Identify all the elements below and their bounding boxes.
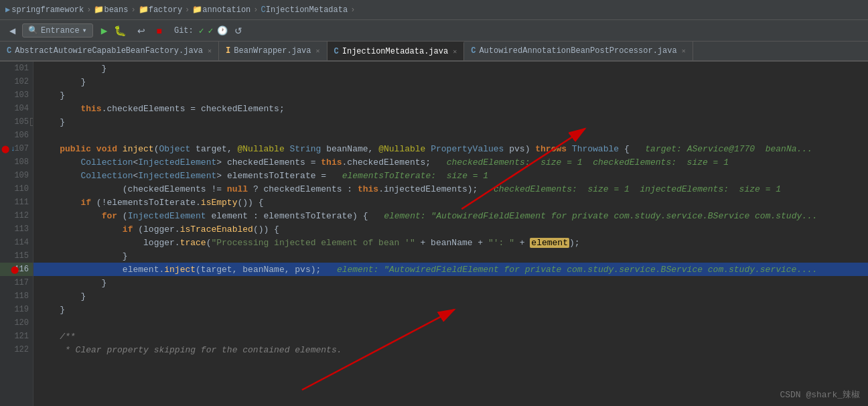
entrance-dropdown[interactable]: 🔍 Entrance ▾ bbox=[22, 23, 93, 38]
code-line-111: if (!elementsToIterate.isEmpty()) { bbox=[33, 196, 868, 209]
stop-btn[interactable]: ■ bbox=[152, 24, 165, 38]
gutter-116: ⬤ 116 bbox=[0, 263, 33, 276]
tab-icon-inject: C bbox=[334, 47, 339, 56]
gutter-121: 121 bbox=[0, 330, 33, 343]
project-icon: ▶ bbox=[5, 5, 10, 15]
gutter-109: 109 bbox=[0, 169, 33, 182]
tab-label-inject: InjectionMetadata.java bbox=[342, 47, 448, 56]
code-line-121: /** bbox=[33, 330, 868, 343]
code-line-116: element.inject(target, beanName, pvs); e… bbox=[33, 263, 868, 276]
gutter-115: 115 bbox=[0, 249, 33, 263]
code-line-114: logger.trace("Processing injected elemen… bbox=[33, 236, 868, 249]
code-area: 101 102 103 104 105 - 106 ⬤ ↓ 107 108 10… bbox=[0, 62, 868, 406]
tab-close-abstract[interactable]: ✕ bbox=[208, 47, 212, 55]
back-btn[interactable]: ◀ bbox=[5, 25, 19, 37]
breadcrumb-file[interactable]: InjectionMetadata bbox=[266, 5, 348, 15]
tab-close-autowired[interactable]: ✕ bbox=[682, 47, 686, 55]
tab-beanwrapper[interactable]: I BeanWrapper.java ✕ bbox=[219, 42, 327, 60]
code-line-101: } bbox=[33, 62, 868, 75]
git-checkmark2: ✓ bbox=[208, 25, 214, 36]
gutter-119: 119 bbox=[0, 303, 33, 316]
code-line-102: } bbox=[33, 75, 868, 88]
tab-label-beanwrapper: BeanWrapper.java bbox=[234, 46, 311, 56]
gutter-103: 103 bbox=[0, 88, 33, 102]
folder-icon-2: 📁 bbox=[139, 5, 149, 15]
debug-btn[interactable]: 🐛 bbox=[110, 23, 131, 38]
sep3: › bbox=[185, 5, 190, 15]
gutter-105: 105 - bbox=[0, 115, 33, 129]
toolbar: ◀ 🔍 Entrance ▾ ▶ 🐛 ↩ ■ Git: ✓ ✓ 🕐 ↺ bbox=[0, 20, 868, 42]
code-line-119: } bbox=[33, 303, 868, 316]
tab-label-abstract: AbstractAutowireCapableBeanFactory.java bbox=[15, 46, 203, 56]
gutter-117: 117 bbox=[0, 276, 33, 289]
gutter-112: 112 bbox=[0, 209, 33, 222]
entrance-icon: 🔍 bbox=[28, 25, 38, 36]
chevron-down-icon: ▾ bbox=[82, 25, 87, 36]
watermark: CSDN @shark_辣椒 bbox=[780, 389, 860, 401]
breadcrumb-path2[interactable]: factory bbox=[149, 5, 182, 15]
breakpoint-icon-116[interactable]: ⬤ bbox=[11, 265, 19, 274]
gutter-113: 113 bbox=[0, 222, 33, 236]
step-over-btn[interactable]: ↩ bbox=[133, 24, 149, 38]
gutter-108: 108 bbox=[0, 155, 33, 169]
breadcrumb-bar: ▶ springframework › 📁 beans › 📁 factory … bbox=[0, 0, 868, 20]
tab-close-inject[interactable]: ✕ bbox=[453, 48, 457, 56]
gutter-111: 111 bbox=[0, 196, 33, 209]
code-line-106 bbox=[33, 129, 868, 142]
tab-icon-autowired: C bbox=[471, 46, 476, 56]
git-clock-icon: 🕐 bbox=[217, 25, 228, 36]
code-line-122: * Clear property skipping for the contai… bbox=[33, 343, 868, 356]
sep5: › bbox=[350, 5, 355, 15]
breadcrumb-path3[interactable]: annotation bbox=[202, 5, 250, 15]
gutter-104: 104 bbox=[0, 102, 33, 115]
code-line-113: if (logger.isTraceEnabled()) { bbox=[33, 222, 868, 236]
gutter-102: 102 bbox=[0, 75, 33, 88]
gutter-107: ⬤ ↓ 107 bbox=[0, 142, 33, 155]
code-line-120 bbox=[33, 316, 868, 330]
tab-icon-abstract: C bbox=[7, 46, 11, 56]
code-line-107: public void inject(Object target, @Nulla… bbox=[33, 142, 868, 155]
tab-icon-beanwrapper: I bbox=[226, 46, 230, 56]
tab-injectionmetadata[interactable]: C InjectionMetadata.java ✕ bbox=[328, 42, 465, 60]
code-line-117: } bbox=[33, 276, 868, 289]
code-line-109: Collection<InjectedElement> elementsToIt… bbox=[33, 169, 868, 182]
git-checkmark1: ✓ bbox=[199, 25, 204, 36]
gutter-114: 114 bbox=[0, 236, 33, 249]
code-line-112: for (InjectedElement element : elementsT… bbox=[33, 209, 868, 222]
breakpoint-icon-107[interactable]: ⬤ bbox=[1, 145, 9, 153]
gutter-101: 101 bbox=[0, 62, 33, 75]
code-line-108: Collection<InjectedElement> checkedEleme… bbox=[33, 155, 868, 169]
sep4: › bbox=[253, 5, 258, 15]
line-gutter: 101 102 103 104 105 - 106 ⬤ ↓ 107 108 10… bbox=[0, 62, 33, 406]
arrow-icon-107: ↓ bbox=[11, 145, 15, 153]
code-line-105: } bbox=[33, 115, 868, 129]
breadcrumb-path1[interactable]: beans bbox=[104, 5, 128, 15]
run-button[interactable]: ▶ bbox=[101, 24, 108, 38]
gutter-118: 118 bbox=[0, 289, 33, 303]
class-icon: C bbox=[261, 5, 266, 15]
gutter-110: 110 bbox=[0, 182, 33, 196]
code-line-103: } bbox=[33, 88, 868, 102]
tab-close-beanwrapper[interactable]: ✕ bbox=[316, 47, 320, 55]
gutter-106: 106 bbox=[0, 129, 33, 142]
folder-icon-1: 📁 bbox=[94, 5, 104, 15]
code-line-115: } bbox=[33, 249, 868, 263]
tab-label-autowired: AutowiredAnnotationBeanPostProcessor.jav… bbox=[479, 46, 676, 56]
code-line-110: (checkedElements != null ? checkedElemen… bbox=[33, 182, 868, 196]
entrance-label: Entrance bbox=[41, 26, 80, 36]
sep2: › bbox=[131, 5, 135, 15]
gutter-122: 122 bbox=[0, 343, 33, 356]
tab-autowired[interactable]: C AutowiredAnnotationBeanPostProcessor.j… bbox=[464, 42, 693, 60]
git-label: Git: bbox=[174, 26, 194, 36]
code-line-118: } bbox=[33, 289, 868, 303]
tab-bar: C AbstractAutowireCapableBeanFactory.jav… bbox=[0, 42, 868, 62]
folder-icon-3: 📁 bbox=[192, 5, 202, 15]
code-line-104: this.checkedElements = checkedElements; bbox=[33, 102, 868, 115]
code-content[interactable]: } } } this.checkedElements = checkedElem… bbox=[33, 62, 868, 406]
tab-abstract[interactable]: C AbstractAutowireCapableBeanFactory.jav… bbox=[0, 42, 219, 60]
breadcrumb-project[interactable]: springframework bbox=[11, 5, 84, 15]
sep1: › bbox=[86, 5, 91, 15]
undo-btn[interactable]: ↺ bbox=[230, 24, 246, 38]
gutter-120: 120 bbox=[0, 316, 33, 330]
